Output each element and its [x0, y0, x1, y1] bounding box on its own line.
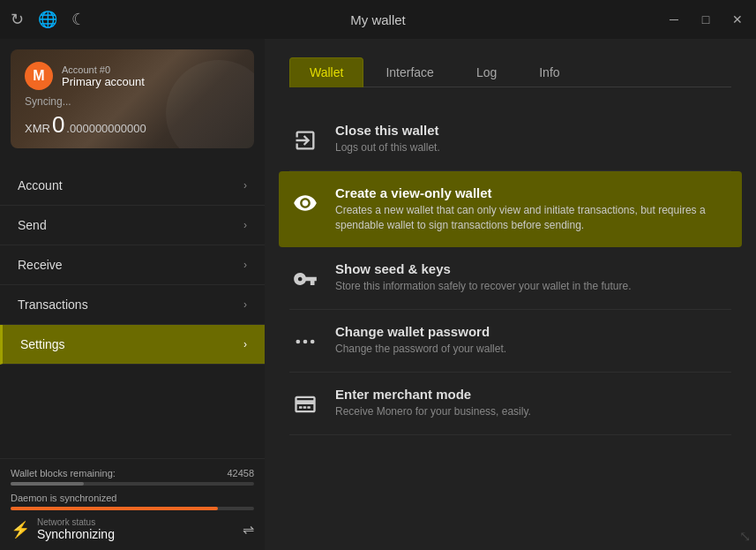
tabs: Wallet Interface Log Info: [289, 57, 731, 87]
merchant-mode-desc: Receive Monero for your business, easily…: [335, 404, 531, 419]
seed-keys-text: Show seed & keys Store this information …: [335, 261, 632, 294]
chevron-icon-transactions: ›: [243, 298, 247, 311]
balance-integer: 0: [52, 113, 64, 136]
close-wallet-title: Close this wallet: [335, 123, 440, 138]
account-header: M Account #0 Primary account: [25, 62, 240, 90]
menu-item-close-wallet[interactable]: Close this wallet Logs out of this walle…: [289, 109, 731, 171]
account-card[interactable]: M Account #0 Primary account Syncing... …: [11, 49, 254, 148]
exit-icon: [289, 124, 321, 156]
seed-keys-desc: Store this information safely to recover…: [335, 279, 632, 294]
nav-label-receive: Receive: [18, 258, 63, 272]
network-status: ⚡ Network status Synchronizing ⇌: [11, 517, 254, 541]
maximize-button[interactable]: □: [698, 12, 714, 26]
titlebar-left-icons: ↻ 🌐 ☾: [11, 10, 86, 29]
dots-icon: [289, 326, 321, 358]
wallet-blocks: Wallet blocks remaining: 42458: [11, 468, 254, 478]
tab-info[interactable]: Info: [519, 57, 580, 87]
eye-icon: [289, 187, 321, 219]
window-title: My wallet: [350, 12, 406, 27]
merchant-mode-text: Enter merchant mode Receive Monero for y…: [335, 387, 531, 419]
blocks-label: Wallet blocks remaining:: [11, 468, 116, 478]
menu-item-seed-keys[interactable]: Show seed & keys Store this information …: [289, 247, 731, 310]
change-password-text: Change wallet password Change the passwo…: [335, 324, 506, 357]
moon-icon[interactable]: ☾: [71, 10, 86, 29]
arrow-icon[interactable]: ↻: [11, 10, 24, 29]
currency-label: XMR: [25, 122, 50, 135]
sidebar: M Account #0 Primary account Syncing... …: [0, 39, 265, 550]
daemon-progress-fill: [11, 507, 218, 510]
change-password-desc: Change the password of your wallet.: [335, 342, 506, 357]
nav-item-settings[interactable]: Settings ›: [0, 325, 265, 365]
account-name: Primary account: [62, 75, 145, 88]
daemon-progress-bar: [11, 507, 254, 510]
chevron-icon-settings: ›: [243, 338, 247, 350]
lightning-icon: ⚡: [11, 520, 30, 539]
tab-wallet[interactable]: Wallet: [289, 57, 363, 87]
change-password-title: Change wallet password: [335, 324, 506, 339]
blocks-progress-bar: [11, 482, 254, 486]
merchant-icon: [289, 388, 321, 420]
minimize-button[interactable]: ─: [666, 12, 682, 26]
view-only-wallet-title: Create a view-only wallet: [335, 185, 731, 200]
seed-keys-title: Show seed & keys: [335, 261, 632, 276]
balance-display: XMR 0 .000000000000: [25, 113, 240, 136]
nav-item-transactions[interactable]: Transactions ›: [0, 285, 265, 325]
nav-item-receive[interactable]: Receive ›: [0, 245, 265, 285]
chevron-icon-account: ›: [243, 179, 247, 192]
svg-rect-6: [299, 402, 311, 403]
chevron-icon-receive: ›: [243, 259, 247, 271]
nav-label-send: Send: [18, 218, 47, 232]
right-panel: Wallet Interface Log Info Close this wal…: [265, 39, 756, 550]
main-content: M Account #0 Primary account Syncing... …: [0, 39, 756, 550]
monero-logo: M: [25, 62, 53, 90]
globe-icon[interactable]: 🌐: [38, 10, 57, 29]
close-button[interactable]: ✕: [730, 12, 745, 26]
titlebar: ↻ 🌐 ☾ My wallet ─ □ ✕: [0, 0, 756, 39]
close-wallet-text: Close this wallet Logs out of this walle…: [335, 123, 440, 155]
view-only-wallet-text: Create a view-only wallet Creates a new …: [335, 185, 731, 233]
svg-rect-4: [303, 406, 307, 408]
account-info: Account #0 Primary account: [62, 64, 145, 88]
menu-item-change-password[interactable]: Change wallet password Change the passwo…: [289, 310, 731, 373]
network-label: Network status: [37, 517, 115, 527]
nav-items: Account › Send › Receive › Transactions …: [0, 159, 265, 458]
key-icon: [289, 263, 321, 295]
nav-label-account: Account: [18, 178, 63, 192]
window-controls: ─ □ ✕: [666, 12, 745, 26]
sidebar-footer: Wallet blocks remaining: 42458 Daemon is…: [0, 458, 265, 550]
shuffle-icon[interactable]: ⇌: [243, 521, 254, 538]
svg-rect-3: [299, 406, 303, 408]
network-value: Synchronizing: [37, 527, 115, 541]
settings-menu: Close this wallet Logs out of this walle…: [289, 109, 731, 435]
network-info: Network status Synchronizing: [37, 517, 115, 541]
chevron-icon-send: ›: [243, 219, 247, 231]
nav-item-send[interactable]: Send ›: [0, 206, 265, 245]
svg-point-0: [296, 339, 301, 343]
balance-decimal: .000000000000: [66, 122, 146, 135]
view-only-wallet-desc: Creates a new wallet that can only view …: [335, 203, 731, 233]
menu-item-merchant-mode[interactable]: Enter merchant mode Receive Monero for y…: [289, 373, 731, 435]
menu-item-view-only-wallet[interactable]: Create a view-only wallet Creates a new …: [279, 171, 742, 247]
tab-interface[interactable]: Interface: [365, 57, 453, 87]
close-wallet-desc: Logs out of this wallet.: [335, 140, 440, 155]
svg-point-2: [311, 339, 315, 343]
account-number: Account #0: [62, 64, 145, 75]
nav-label-settings: Settings: [20, 337, 65, 351]
blocks-progress-fill: [11, 482, 84, 486]
merchant-mode-title: Enter merchant mode: [335, 387, 531, 402]
blocks-value: 42458: [227, 468, 254, 478]
resize-handle[interactable]: ⤡: [739, 528, 751, 545]
svg-point-1: [303, 339, 308, 343]
daemon-label: Daemon is synchronized: [11, 493, 254, 503]
svg-rect-5: [307, 406, 311, 408]
nav-label-transactions: Transactions: [18, 298, 88, 312]
nav-item-account[interactable]: Account ›: [0, 166, 265, 206]
syncing-text: Syncing...: [25, 95, 240, 108]
tab-log[interactable]: Log: [456, 57, 517, 87]
